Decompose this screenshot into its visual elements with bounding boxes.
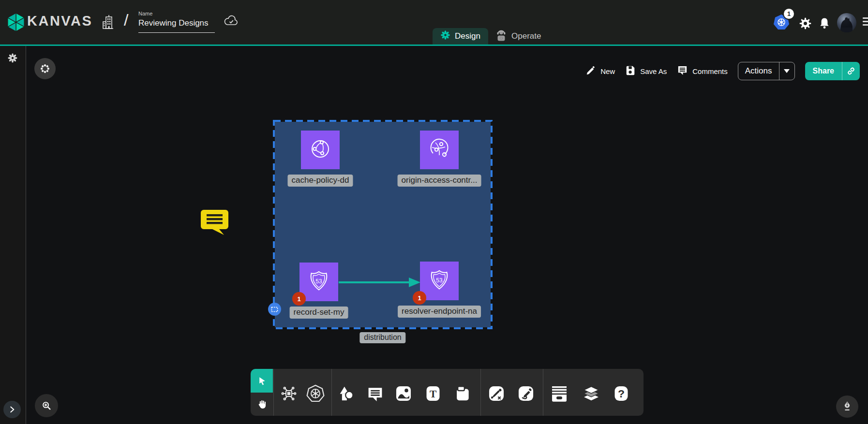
node-resolver-endpoint[interactable]: 53 1 resolver-endpoint-na — [420, 262, 459, 300]
text-tool-button[interactable]: T — [423, 384, 443, 403]
toolbar-divider — [543, 369, 543, 416]
pencil-draw-tool-button[interactable] — [516, 384, 536, 403]
component-scanner-button[interactable] — [279, 384, 299, 403]
kanvas-logo-icon[interactable] — [7, 12, 25, 34]
error-count-badge[interactable]: 1 — [292, 292, 306, 306]
tab-design[interactable]: Design — [433, 28, 488, 44]
new-label: New — [600, 67, 615, 75]
edge-arrow[interactable] — [338, 276, 421, 291]
question-mark-icon: ? — [612, 384, 630, 403]
pan-tool-button[interactable] — [251, 393, 273, 416]
pen-path-tool-button[interactable] — [487, 384, 506, 403]
route53-shield-icon: 53 — [306, 268, 332, 296]
meshery-spiral-icon[interactable] — [7, 53, 18, 65]
quick-actions-flower-button[interactable] — [34, 58, 56, 79]
comment-bubble-icon — [677, 65, 688, 77]
kubernetes-wheel-icon — [306, 384, 325, 403]
left-sidebar — [0, 46, 26, 424]
organization-icon[interactable] — [102, 14, 115, 32]
kanvas-app: KANVAS / Name — [0, 0, 868, 424]
pen-path-icon — [487, 384, 506, 403]
node-cache-policy[interactable]: cache-policy-dd — [301, 131, 340, 169]
drawer-button[interactable] — [550, 384, 569, 403]
toolbar-divider — [273, 369, 274, 416]
kubernetes-context-count-badge: 1 — [783, 8, 795, 20]
comments-button[interactable]: Comments — [677, 65, 728, 77]
text-icon: T — [424, 384, 442, 403]
node-label[interactable]: record-set-my — [290, 307, 348, 319]
comment-icon — [366, 385, 384, 403]
pen-nib-button[interactable] — [836, 395, 858, 418]
note-tool-button[interactable] — [453, 384, 472, 403]
node-label[interactable]: origin-access-contr... — [398, 175, 481, 187]
actions-label: Actions — [738, 62, 779, 80]
cursor-icon — [257, 376, 267, 386]
share-split-button[interactable]: Share — [805, 62, 860, 80]
cloud-saved-icon — [224, 15, 239, 30]
distribution-group[interactable]: cache-policy-dd origin-access-contr... — [275, 122, 491, 327]
node-record-set[interactable]: 53 1 record-set-my — [299, 263, 338, 301]
kubernetes-context-icon[interactable]: 1 — [773, 14, 790, 30]
design-name-input[interactable] — [138, 18, 215, 33]
canvas-comment-marker[interactable] — [200, 209, 229, 237]
comment-tool-button[interactable] — [365, 384, 385, 403]
user-avatar[interactable] — [837, 13, 856, 32]
group-label[interactable]: distribution — [359, 332, 405, 343]
copy-link-button[interactable] — [842, 62, 860, 80]
hamburger-menu-icon[interactable] — [863, 17, 868, 28]
share-label: Share — [805, 62, 842, 80]
actions-caret[interactable] — [779, 62, 794, 80]
node-origin-access-control[interactable]: origin-access-contr... — [420, 131, 459, 169]
cloudfront-globe-icon — [307, 136, 333, 164]
design-action-bar: New Save As Comments — [585, 61, 860, 81]
hand-icon — [256, 399, 267, 409]
svg-text:?: ? — [618, 387, 625, 400]
node-label[interactable]: cache-policy-dd — [287, 175, 353, 187]
chip-circuit-icon — [280, 384, 298, 403]
shapes-icon — [337, 384, 356, 403]
settings-gear-icon[interactable] — [798, 16, 812, 30]
select-tool-button[interactable] — [251, 369, 273, 393]
help-button[interactable]: ? — [612, 384, 631, 403]
pencil-icon — [585, 65, 596, 77]
save-as-label: Save As — [640, 67, 667, 75]
expand-sidebar-button[interactable] — [3, 401, 21, 418]
header: KANVAS / Name — [0, 0, 868, 46]
breadcrumb-separator: / — [124, 11, 128, 29]
pencil-draw-icon — [517, 384, 535, 403]
group-selection-badge[interactable] — [268, 303, 281, 316]
note-icon — [453, 384, 472, 403]
shapes-tool-button[interactable] — [337, 384, 356, 403]
layers-icon — [582, 384, 601, 403]
node-label[interactable]: resolver-endpoint-na — [398, 306, 481, 318]
app-title: KANVAS — [27, 13, 92, 29]
image-tool-button[interactable] — [394, 384, 413, 403]
kubernetes-tool-button[interactable] — [306, 384, 325, 403]
zoom-in-button[interactable] — [35, 394, 58, 417]
notifications-bell-icon[interactable] — [818, 16, 831, 30]
svg-text:53: 53 — [436, 277, 443, 284]
drawer-archive-icon — [550, 384, 569, 403]
cloudfront-globe-icon — [426, 136, 452, 164]
comments-label: Comments — [692, 67, 728, 75]
actions-dropdown-button[interactable]: Actions — [738, 62, 795, 80]
layers-button[interactable] — [582, 384, 601, 403]
design-name-label: Name — [138, 11, 152, 16]
new-button[interactable]: New — [585, 65, 615, 77]
operator-headset-icon — [495, 29, 507, 44]
save-floppy-icon — [625, 65, 636, 77]
image-icon — [394, 384, 413, 403]
toolbar-divider — [331, 369, 332, 416]
route53-shield-icon: 53 — [426, 267, 452, 295]
svg-text:T: T — [430, 388, 436, 400]
tab-design-label: Design — [455, 31, 480, 41]
error-count-badge[interactable]: 1 — [413, 291, 426, 305]
svg-text:53: 53 — [315, 278, 322, 285]
save-as-button[interactable]: Save As — [625, 65, 667, 77]
toolbar-divider — [480, 369, 481, 416]
design-spiral-icon — [440, 30, 450, 43]
canvas-toolbar: T — [251, 369, 644, 416]
tab-operate-label: Operate — [511, 31, 541, 41]
tab-operate[interactable]: Operate — [488, 28, 549, 44]
